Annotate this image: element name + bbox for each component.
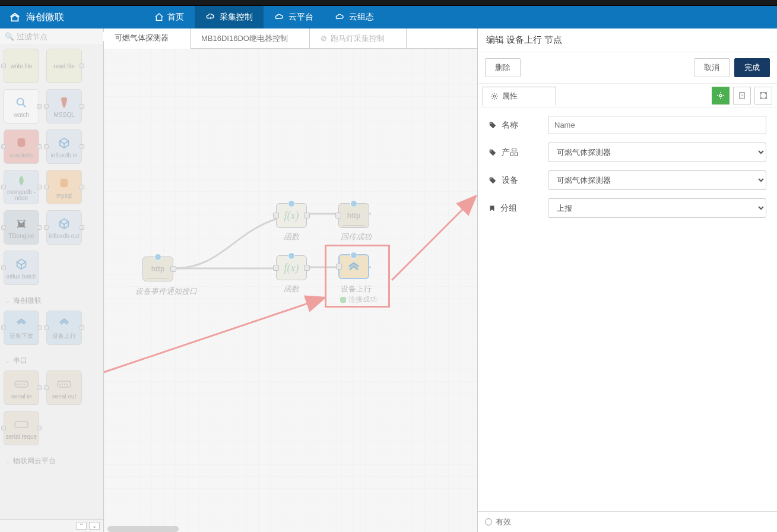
cube-icon — [58, 217, 71, 230]
palette-search[interactable]: 🔍 — [0, 28, 103, 45]
top-navbar: 海创微联 首页 采集控制 云平台 云组态 — [0, 6, 777, 28]
tile-write-file[interactable]: write file — [4, 49, 39, 83]
node-http-in[interactable]: http — [142, 256, 173, 281]
brand: 海创微联 — [0, 11, 72, 24]
tag-icon — [489, 148, 497, 157]
tile-influxdb-out[interactable]: influxdb out — [46, 210, 82, 245]
svg-point-25 — [490, 123, 491, 124]
svg-point-11 — [21, 384, 23, 385]
category-hcwl[interactable]: 海创微联 — [4, 291, 100, 311]
svg-point-15 — [62, 384, 63, 385]
nav-cloudcfg[interactable]: 云组态 — [324, 6, 385, 28]
label-device: 设备 — [502, 175, 518, 186]
panel-title: 编辑 设备上行 节点 — [478, 28, 777, 52]
tile-oracledb[interactable]: oracledb — [4, 129, 39, 164]
svg-line-20 — [392, 197, 475, 280]
palette-search-input[interactable] — [17, 32, 116, 41]
node-device-upstream[interactable] — [338, 254, 369, 279]
expand-icon — [759, 91, 768, 100]
category-iot-cloud[interactable]: 物联网云平台 — [4, 451, 100, 471]
db-icon — [58, 177, 71, 190]
nav-home[interactable]: 首页 — [144, 6, 195, 28]
properties-tab[interactable]: 属性 — [483, 87, 556, 106]
search-icon: 🔍 — [5, 32, 14, 41]
svg-point-22 — [719, 94, 722, 97]
expand-button[interactable] — [754, 87, 772, 104]
tile-mongodb-node[interactable]: mongodb - node — [4, 170, 39, 204]
device-select[interactable]: 可燃气体探测器 — [548, 170, 766, 190]
cloud-icon — [274, 12, 285, 22]
tab-marquee[interactable]: ⊘跑马灯采集控制 — [310, 28, 407, 48]
tile-device-up[interactable]: 设备上行 — [46, 311, 82, 345]
cube-icon — [58, 137, 71, 150]
node-http-response[interactable]: http — [338, 203, 369, 228]
tab-relay[interactable]: MB16DI16DO继电器控制 — [191, 28, 310, 48]
palette-footer: ⌃ ⌄ — [0, 519, 103, 532]
label-http-response: 回传成功 — [329, 232, 383, 242]
mssql-icon — [58, 96, 71, 109]
tag-icon — [489, 121, 497, 129]
name-input[interactable] — [548, 116, 766, 134]
home-icon — [154, 12, 164, 22]
settings-button[interactable] — [712, 87, 730, 104]
tile-read-file[interactable]: read file — [46, 49, 82, 83]
svg-point-12 — [24, 384, 25, 385]
cube-icon — [15, 258, 28, 271]
gear-icon — [716, 91, 725, 100]
delete-button[interactable]: 删除 — [485, 58, 521, 77]
svg-point-9 — [17, 384, 18, 385]
product-select[interactable]: 可燃气体探测器 — [548, 142, 766, 162]
tile-mssql[interactable]: MSSQL — [46, 89, 82, 124]
tile-influx-batch[interactable]: influx batch — [4, 251, 39, 285]
enabled-radio[interactable] — [485, 518, 492, 525]
edit-panel: 编辑 设备上行 节点 删除 取消 完成 属性 名称 产品 — [477, 28, 777, 532]
label-http-in: 设备事件通知接口 — [128, 286, 205, 297]
bookmark-icon — [489, 204, 496, 213]
graph-icon — [15, 217, 28, 230]
collapse-down-icon[interactable]: ⌄ — [89, 522, 100, 530]
collapse-up-icon[interactable]: ⌃ — [76, 522, 87, 530]
tile-device-down[interactable]: 设备下发 — [4, 311, 39, 345]
serial-icon — [14, 420, 29, 429]
tile-watch[interactable]: watch — [4, 89, 39, 124]
svg-line-19 — [104, 298, 324, 378]
docs-button[interactable] — [733, 87, 751, 104]
browser-strip — [0, 0, 777, 6]
tile-influxdb-in[interactable]: influxdb in — [46, 129, 82, 164]
disabled-icon: ⊘ — [321, 34, 327, 43]
serial-icon — [56, 380, 72, 388]
cancel-button[interactable]: 取消 — [694, 58, 730, 77]
serial-icon — [14, 380, 29, 388]
label-function-2: 函数 — [276, 284, 307, 294]
status-connected: 连接成功 — [340, 294, 377, 305]
flow-canvas[interactable]: http 设备事件通知接口 f(x) 函数 f(x) 函数 http — [104, 49, 477, 532]
tile-serial-in[interactable]: serial in — [4, 370, 39, 405]
node-function-2[interactable]: f(x) — [276, 255, 307, 280]
properties-form: 名称 产品 可燃气体探测器 设备 可燃气体探测器 分组 上报 — [478, 107, 777, 511]
category-serial[interactable]: 串口 — [4, 351, 100, 370]
tile-serial-out[interactable]: serial out — [46, 370, 82, 405]
logo-small-icon — [14, 316, 28, 330]
logo-small-icon — [57, 316, 71, 330]
label-function-1: 函数 — [276, 232, 307, 242]
tab-gas-detector[interactable]: 可燃气体探测器 — [104, 28, 191, 49]
svg-point-27 — [490, 178, 491, 179]
svg-point-21 — [493, 95, 496, 97]
tile-mysql[interactable]: mysql — [46, 170, 82, 204]
tile-tdengine[interactable]: TDengine — [4, 210, 39, 245]
node-palette: 🔍 write file read file watch MSSQL oracl… — [0, 28, 104, 532]
svg-point-1 — [18, 138, 26, 141]
brand-text: 海创微联 — [26, 11, 64, 24]
nav-collect[interactable]: 采集控制 — [195, 6, 264, 28]
node-function-1[interactable]: f(x) — [276, 203, 307, 228]
enabled-label: 有效 — [496, 517, 511, 527]
document-icon — [738, 91, 746, 100]
nav-cloud[interactable]: 云平台 — [264, 6, 324, 28]
svg-point-2 — [61, 178, 68, 182]
done-button[interactable]: 完成 — [734, 58, 770, 77]
db-icon — [15, 137, 28, 150]
group-select[interactable]: 上报 — [548, 198, 766, 218]
logo-small-icon — [345, 259, 362, 274]
tile-serial-request[interactable]: serial reque — [4, 411, 39, 445]
horizontal-scrollbar[interactable] — [107, 526, 179, 532]
